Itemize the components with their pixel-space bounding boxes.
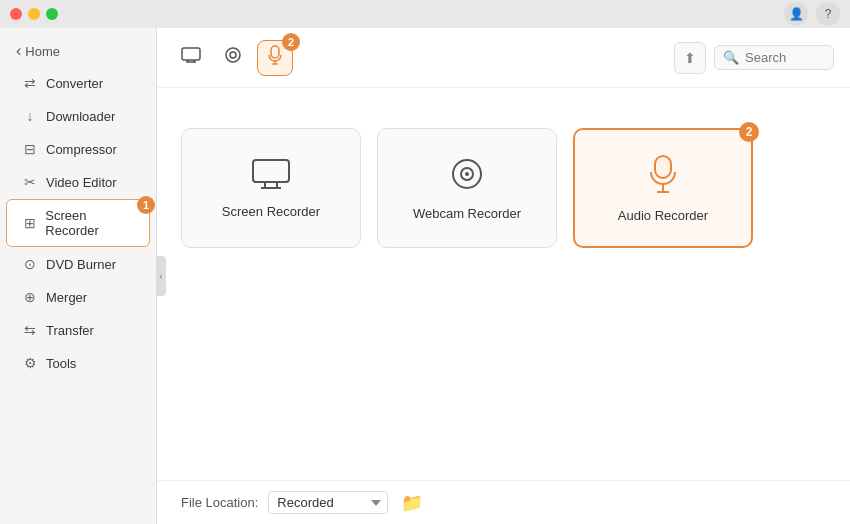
audio-recorder-icon [647,154,679,198]
sidebar-collapse-handle[interactable]: ‹ [156,256,166,296]
recorder-card-audio-recorder[interactable]: Audio Recorder 2 [573,128,753,248]
content-area: 2 ⬆ 🔍 Screen Recorder Webcam Re [157,28,850,524]
svg-point-4 [226,48,240,62]
sidebar-label-tools: Tools [46,356,76,371]
card-badge-audio-recorder: 2 [739,122,759,142]
sidebar-item-transfer[interactable]: ⇆ Transfer [6,314,150,346]
webcam-recorder-icon [449,156,485,196]
sidebar-badge-screen-recorder: 1 [137,196,155,214]
svg-rect-6 [271,46,279,58]
svg-rect-16 [655,156,671,178]
upload-icon: ⬆ [684,50,696,66]
screen-tab-icon [181,47,201,68]
audio-recorder-label: Audio Recorder [618,208,708,223]
search-input[interactable] [745,50,825,65]
svg-rect-0 [182,48,200,60]
compressor-icon: ⊟ [22,141,38,157]
recorder-card-webcam-recorder[interactable]: Webcam Recorder [377,128,557,248]
screen-recorder-icon [251,158,291,194]
upload-button[interactable]: ⬆ [674,42,706,74]
webcam-tab-icon [224,46,242,69]
sidebar-label-converter: Converter [46,76,103,91]
titlebar: 👤 ? [0,0,850,28]
help-icon-button[interactable]: ? [816,2,840,26]
sidebar-label-video-editor: Video Editor [46,175,117,190]
sidebar-item-screen-recorder[interactable]: ⊞ Screen Recorder 1 [6,199,150,247]
tab-badge-audio: 2 [282,33,300,51]
transfer-icon: ⇆ [22,322,38,338]
sidebar-label-compressor: Compressor [46,142,117,157]
sidebar-label-screen-recorder: Screen Recorder [45,208,133,238]
audio-tab-icon [267,45,283,70]
sidebar-item-video-editor[interactable]: ✂ Video Editor [6,166,150,198]
downloader-icon: ↓ [22,108,38,124]
folder-icon: 📁 [401,492,423,514]
tab-audio[interactable]: 2 [257,40,293,76]
webcam-recorder-label: Webcam Recorder [413,206,521,221]
sidebar-item-dvd-burner[interactable]: ⊙ DVD Burner [6,248,150,280]
sidebar-item-tools[interactable]: ⚙ Tools [6,347,150,379]
question-icon: ? [825,7,832,21]
svg-point-15 [465,172,469,176]
content-footer: File Location: RecordedDesktopDocumentsD… [157,480,850,524]
app-body: Home ⇄ Converter ↓ Downloader ⊟ Compress… [0,28,850,524]
tools-icon: ⚙ [22,355,38,371]
close-dot[interactable] [10,8,22,20]
sidebar-label-dvd-burner: DVD Burner [46,257,116,272]
converter-icon: ⇄ [22,75,38,91]
tab-webcam[interactable] [215,40,251,76]
search-icon: 🔍 [723,50,739,65]
file-location-label: File Location: [181,495,258,510]
content-header: 2 ⬆ 🔍 [157,28,850,88]
sidebar-item-merger[interactable]: ⊕ Merger [6,281,150,313]
recorder-card-screen-recorder[interactable]: Screen Recorder [181,128,361,248]
search-box: 🔍 [714,45,834,70]
browse-folder-button[interactable]: 📁 [398,489,426,517]
file-location-select[interactable]: RecordedDesktopDocumentsDownloads [268,491,388,514]
merger-icon: ⊕ [22,289,38,305]
screen-recorder-icon: ⊞ [23,215,37,231]
sidebar-label-transfer: Transfer [46,323,94,338]
home-label: Home [25,44,60,59]
screen-recorder-label: Screen Recorder [222,204,320,219]
sidebar: Home ⇄ Converter ↓ Downloader ⊟ Compress… [0,28,157,524]
user-icon-button[interactable]: 👤 [784,2,808,26]
sidebar-item-converter[interactable]: ⇄ Converter [6,67,150,99]
sidebar-label-merger: Merger [46,290,87,305]
recorder-grid: Screen Recorder Webcam Recorder Audio Re… [157,88,850,480]
maximize-dot[interactable] [46,8,58,20]
user-icon: 👤 [789,7,804,21]
video-editor-icon: ✂ [22,174,38,190]
sidebar-item-compressor[interactable]: ⊟ Compressor [6,133,150,165]
svg-point-5 [230,52,236,58]
svg-rect-9 [253,160,289,182]
tab-screen[interactable] [173,40,209,76]
sidebar-item-downloader[interactable]: ↓ Downloader [6,100,150,132]
minimize-dot[interactable] [28,8,40,20]
home-link[interactable]: Home [0,36,156,66]
sidebar-label-downloader: Downloader [46,109,115,124]
dvd-burner-icon: ⊙ [22,256,38,272]
